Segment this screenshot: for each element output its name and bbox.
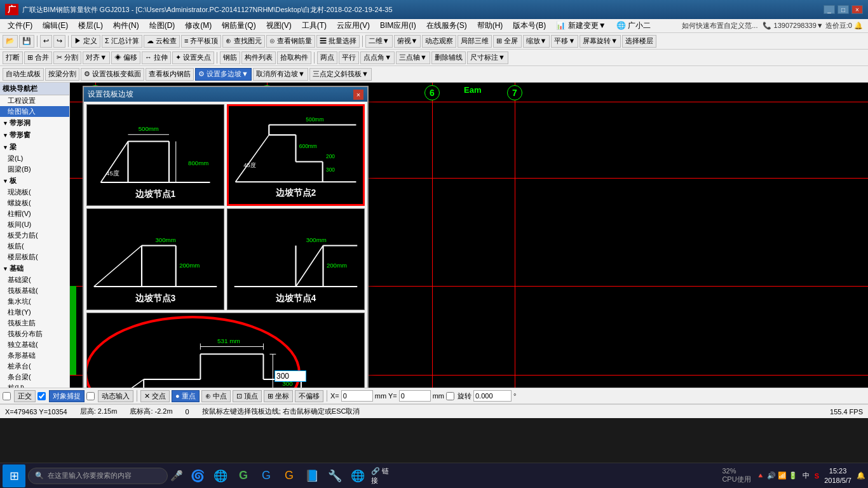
tb-pick[interactable]: 拾取构件 [277, 51, 311, 64]
tb-auto-gen[interactable]: 自动生成板 [3, 68, 44, 81]
menu-version[interactable]: 版本号(B) [508, 19, 551, 32]
snap-vertex[interactable]: ⊡ 顶点 [233, 390, 262, 402]
menu-guangxiao[interactable]: 🌐 广小二 [611, 19, 656, 32]
snap-ortho[interactable]: 正交 [14, 390, 36, 402]
tb-2d[interactable]: 二维▼ [365, 35, 393, 48]
menu-view[interactable]: 视图(V) [261, 19, 297, 32]
tb-view-slab-rebar[interactable]: 查看板内钢筋 [146, 68, 194, 81]
sidebar-item-duli[interactable]: 独立基础( [0, 339, 69, 350]
node-panel-3[interactable]: 300mm 200mm 边坡节点3 [86, 208, 224, 310]
tb-select-floor[interactable]: 选择楼层 [622, 35, 656, 48]
sidebar-item-liang-b[interactable]: 圆梁(B) [0, 164, 69, 175]
snap-dynamic[interactable]: 动态输入 [98, 390, 133, 402]
snap-center[interactable]: ⊕ 中点 [201, 390, 231, 402]
sidebar-item-zhudun[interactable]: 柱墩(Y) [0, 307, 69, 318]
sidebar-item-shouli[interactable]: 板受力筋( [0, 230, 69, 241]
menu-draw[interactable]: 绘图(D) [144, 19, 180, 32]
tb-two-point[interactable]: 两点 [317, 51, 337, 64]
tb-zoom[interactable]: 缩放▼ [523, 35, 550, 48]
tb-align2[interactable]: 对齐▼ [83, 51, 110, 64]
sidebar-item-liang-l[interactable]: 梁(L) [0, 153, 69, 164]
tb-dim[interactable]: 尺寸标注▼ [467, 51, 508, 64]
menu-rebar[interactable]: 钢筋量(Q) [217, 19, 261, 32]
tb-set-slope[interactable]: ⚙ 设置筏板变截面 [81, 68, 144, 81]
minimize-btn[interactable]: _ [824, 5, 835, 14]
tb-offset[interactable]: ◈ 偏移 [111, 51, 140, 64]
tb-parallel[interactable]: 平行 [339, 51, 359, 64]
sidebar-engineering[interactable]: 工程设置 [0, 95, 69, 106]
menu-help[interactable]: 帮助(H) [472, 19, 508, 32]
tb-redo[interactable]: ↪ [53, 35, 65, 48]
sidebar-drawing[interactable]: 绘图输入 [0, 106, 69, 117]
menu-tools[interactable]: 工具(T) [297, 19, 332, 32]
taskbar-app-1[interactable]: 🌀 [188, 466, 207, 485]
sidebar-group-daichuang[interactable]: 带形窗 [0, 129, 69, 141]
snap-coord[interactable]: ⊞ 坐标 [264, 390, 293, 402]
menu-modify[interactable]: 修改(M) [180, 19, 217, 32]
taskbar-app-4[interactable]: G [257, 466, 276, 485]
taskbar-app-link[interactable]: 🔗 链接 [371, 466, 390, 485]
tb-cancel-slope[interactable]: 取消所有边坡▼ [253, 68, 308, 81]
sidebar-item-jichuLiang[interactable]: 基础梁( [0, 274, 69, 285]
snap-object[interactable]: 对象捕捉 [49, 390, 85, 402]
notification-icon[interactable]: 🔔 [857, 471, 865, 480]
tb-3axis[interactable]: 三点轴▼ [396, 51, 430, 64]
tb-save[interactable]: 💾 [19, 35, 34, 48]
sidebar-item-zhuang[interactable]: 桩承台( [0, 361, 69, 372]
sidebar-item-faban-main[interactable]: 筏板主筋 [0, 318, 69, 329]
sidebar-item-banjian[interactable]: 板间(U) [0, 219, 69, 230]
sidebar-group-jichu[interactable]: 基础 [0, 262, 69, 274]
tb-comp-list[interactable]: 构件列表 [241, 51, 276, 64]
set-slope-dialog[interactable]: 设置筏板边坡 × [83, 86, 369, 388]
menu-online[interactable]: 在线服务(S) [421, 19, 472, 32]
close-btn[interactable]: × [851, 5, 863, 14]
tb-del-aux[interactable]: 删除辅线 [431, 51, 466, 64]
coord-y-input[interactable] [399, 390, 431, 402]
sidebar-item-luoxuan[interactable]: 螺旋板( [0, 198, 69, 208]
taskbar-app-2[interactable]: 🌐 [211, 466, 230, 485]
taskbar-search[interactable]: 🔍 在这里输入你要搜索的内容 [28, 468, 168, 484]
ortho-check[interactable] [3, 392, 11, 400]
sidebar-item-faban[interactable]: 筏板基础( [0, 285, 69, 296]
tb-split-beam[interactable]: 按梁分割 [45, 68, 79, 81]
taskbar-app-3[interactable]: G [234, 466, 253, 485]
tb-batch[interactable]: ☰ 批量选择 [316, 35, 360, 48]
tb-break[interactable]: 打断 [3, 51, 23, 64]
tb-open[interactable]: 📂 [3, 35, 18, 48]
rotate-input[interactable] [473, 390, 512, 402]
snap-no-offset[interactable]: 不偏移 [295, 390, 323, 402]
sidebar-group-liang[interactable]: 梁 [0, 141, 69, 153]
tb-align[interactable]: ≡ 齐平板顶 [181, 35, 221, 48]
sidebar-item-xianjiao[interactable]: 现浇板( [0, 187, 69, 198]
taskbar-app-6[interactable]: 📘 [302, 466, 322, 485]
tb-define[interactable]: ▶ 定义 [71, 35, 100, 48]
snap-midpoint[interactable]: ● 重点 [172, 390, 200, 402]
tb-view-rebar[interactable]: ⊙ 查看钢筋量 [266, 35, 315, 48]
node-panel-1[interactable]: 500mm 800mm 45度 边坡节点1 [86, 104, 224, 206]
tb-angle[interactable]: 点点角▼ [360, 51, 395, 64]
menu-floor[interactable]: 楼层(L) [73, 19, 108, 32]
snap-cross[interactable]: ✕ 交点 [140, 390, 170, 402]
node-panel-4[interactable]: 300mm 200mm 边坡节点4 [227, 208, 365, 310]
sidebar-group-daixingdong[interactable]: 带形洞 [0, 117, 69, 129]
start-button[interactable]: ⊞ [3, 464, 25, 487]
sidebar-item-jishui[interactable]: 集水坑( [0, 296, 69, 307]
tb-partial3d[interactable]: 局部三维 [458, 35, 492, 48]
tb-pan[interactable]: 平移▼ [551, 35, 578, 48]
tb-cloud-check[interactable]: ☁ 云检查 [144, 35, 180, 48]
menu-new-change[interactable]: 📊 新建变更▼ [551, 19, 611, 32]
tb-merge[interactable]: ⊞ 合并 [24, 51, 52, 64]
menu-bim[interactable]: BIM应用(I) [375, 19, 421, 32]
tb-topview[interactable]: 俯视▼ [394, 35, 421, 48]
tb-find[interactable]: ⊕ 查找图元 [222, 35, 264, 48]
tb-rebar2[interactable]: 钢筋 [220, 51, 240, 64]
sidebar-item-louban[interactable]: 楼层板筋( [0, 252, 69, 262]
rotate-check[interactable] [446, 392, 454, 400]
menu-cloud[interactable]: 云应用(V) [332, 19, 375, 32]
tb-rotate[interactable]: 屏幕旋转▼ [580, 35, 621, 48]
sidebar-item-tiao[interactable]: 条形基础 [0, 350, 69, 361]
node-panel-5[interactable]: 531 mm 300 0mm 90度 [86, 313, 365, 388]
tb-orbit[interactable]: 动态观察 [422, 35, 456, 48]
menu-file[interactable]: 文件(F) [3, 19, 37, 32]
menu-edit[interactable]: 编辑(E) [37, 19, 73, 32]
